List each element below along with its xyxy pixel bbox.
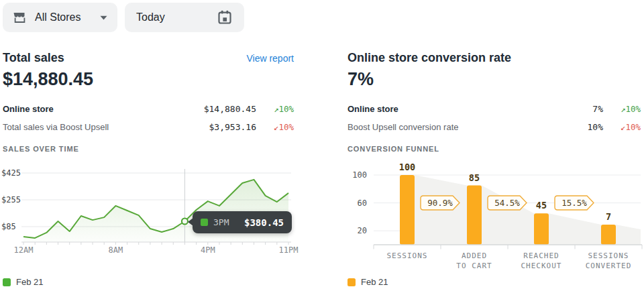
conversion-breakdown: Online store 7% ↗10% Boost Upsell conver…: [347, 100, 641, 136]
svg-text:11PM: 11PM: [279, 245, 299, 255]
funnel-chart-legend: Feb 21: [347, 277, 388, 287]
sales-over-time-chart[interactable]: $425$255$8512AM8AM4PM11PM: [0, 164, 315, 255]
conversion-funnel-chart[interactable]: 10060201008545790.9%54.5%15.5%SESSIONSAD…: [347, 161, 644, 275]
svg-text:100: 100: [352, 170, 367, 180]
tooltip-value: $380.45: [244, 217, 284, 228]
legend-swatch-green: [3, 278, 11, 286]
svg-text:90.9%: 90.9%: [427, 198, 453, 208]
svg-text:SESSIONS: SESSIONS: [387, 251, 428, 260]
sales-over-time-label: SALES OVER TIME: [3, 145, 79, 153]
svg-text:4PM: 4PM: [201, 245, 215, 255]
svg-text:$255: $255: [1, 195, 21, 205]
total-sales-value: $14,880.45: [3, 69, 93, 90]
svg-text:12AM: 12AM: [14, 245, 34, 255]
total-sales-breakdown: Online store $14,880.45 ↗10% Total sales…: [3, 100, 294, 136]
conversion-value: 7%: [347, 69, 374, 90]
svg-text:20: 20: [358, 226, 367, 235]
metric-value: 7%: [592, 104, 603, 114]
metric-label: Boost Upsell conversion rate: [347, 122, 588, 132]
metric-row-boost-upsell-rate: Boost Upsell conversion rate 10% ↙10%: [347, 118, 641, 136]
tooltip-time: 3PM: [213, 217, 229, 227]
conversion-funnel-label: CONVERSION FUNNEL: [347, 145, 439, 153]
legend-label: Feb 21: [16, 277, 43, 287]
trend-up-indicator: ↗10%: [256, 104, 294, 114]
svg-text:$85: $85: [1, 222, 16, 231]
legend-label: Feb 21: [361, 277, 388, 287]
svg-text:45: 45: [536, 200, 547, 211]
metric-label: Online store: [3, 104, 204, 114]
conversion-title: Online store conversion rate: [347, 51, 511, 65]
svg-text:SESSIONS: SESSIONS: [588, 251, 629, 260]
svg-text:15.5%: 15.5%: [561, 198, 587, 208]
metric-value: $3,953.16: [209, 122, 256, 132]
svg-text:REACHED: REACHED: [523, 251, 559, 260]
metric-label: Online store: [347, 104, 592, 114]
total-sales-title: Total sales: [3, 51, 64, 65]
metric-value: 10%: [588, 122, 603, 132]
trend-down-indicator: ↙10%: [256, 122, 294, 132]
metric-value: $14,880.45: [204, 104, 256, 114]
legend-swatch-orange: [347, 278, 356, 286]
metric-label: Total sales via Boost Upsell: [3, 122, 209, 132]
trend-up-indicator: ↗10%: [603, 104, 641, 114]
conversion-header: Online store conversion rate: [347, 51, 641, 65]
svg-text:TO CART: TO CART: [456, 262, 492, 270]
tooltip-series-swatch: [201, 219, 208, 226]
svg-text:CONVERTED: CONVERTED: [586, 262, 632, 270]
total-sales-header: Total sales View report: [3, 51, 294, 65]
metric-row-online-store: Online store 7% ↗10%: [347, 100, 641, 118]
svg-text:8AM: 8AM: [109, 245, 123, 255]
svg-text:60: 60: [358, 198, 367, 208]
svg-text:54.5%: 54.5%: [494, 198, 520, 208]
svg-text:$425: $425: [1, 168, 21, 178]
view-report-link[interactable]: View report: [246, 53, 294, 64]
svg-text:ADDED: ADDED: [462, 251, 487, 260]
svg-text:100: 100: [399, 162, 415, 172]
svg-text:7: 7: [606, 211, 611, 222]
metric-row-boost-upsell: Total sales via Boost Upsell $3,953.16 ↙…: [3, 118, 294, 136]
analytics-dashboard: All Stores Today Total sales View report…: [0, 0, 644, 289]
svg-text:CHECKOUT: CHECKOUT: [521, 262, 562, 270]
metric-row-online-store: Online store $14,880.45 ↗10%: [3, 100, 294, 118]
chart-tooltip: 3PM $380.45: [193, 211, 292, 233]
sales-chart-legend: Feb 21: [3, 277, 43, 287]
svg-text:85: 85: [469, 172, 480, 183]
trend-down-indicator: ↙10%: [603, 122, 641, 132]
